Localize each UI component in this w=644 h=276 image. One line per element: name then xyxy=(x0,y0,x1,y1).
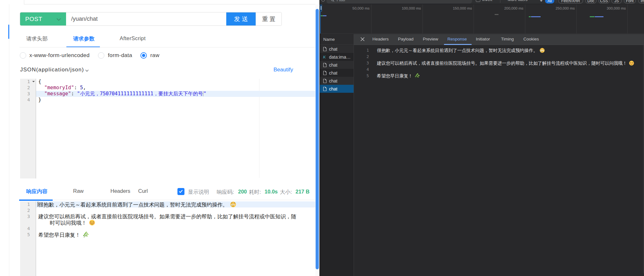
devtools-tab-Preview[interactable]: Preview xyxy=(423,37,438,41)
radio-label-form-data: form-data xyxy=(108,52,132,59)
request-tab-2[interactable]: 请求参数 xyxy=(73,35,95,42)
reset-button[interactable]: 重 置 xyxy=(256,12,281,25)
svg-text:K: K xyxy=(323,55,326,59)
radio-form-data[interactable] xyxy=(98,52,104,59)
response-tabs-divider xyxy=(19,200,315,200)
request-row-data:ima…[interactable]: Kdata:ima… xyxy=(320,53,354,61)
beautify-link[interactable]: Beautify xyxy=(273,67,293,73)
line-number: 4 xyxy=(27,97,30,103)
response-viewer-gutter: 12345 xyxy=(20,201,36,276)
response-viewer-content[interactable]: 很抱歉，小元元～看起来系统目前遇到了一点技术问题，暂时无法完成预约操作。建议您可… xyxy=(38,201,296,238)
meta-value: 217 B xyxy=(296,189,310,195)
line-number: 2 xyxy=(354,54,369,60)
devtools-tab-Response[interactable]: Response xyxy=(447,37,467,41)
more-filters-button[interactable]: More filters xyxy=(508,0,528,2)
chevron-down-icon xyxy=(540,0,543,2)
response-tab-underline xyxy=(19,200,53,201)
code-line: } xyxy=(38,97,206,103)
request-row-chat[interactable]: chat xyxy=(320,69,354,77)
response-tab-Headers[interactable]: Headers xyxy=(110,188,130,194)
code-line: { xyxy=(38,79,206,85)
timeline-tick-label: 150,000 ms xyxy=(453,6,472,10)
line-number: 3 xyxy=(27,214,30,220)
invert-checkbox[interactable] xyxy=(476,0,480,2)
content-type-select[interactable]: JSON(application/json) xyxy=(20,67,84,73)
left-scroll-accent xyxy=(8,25,9,39)
name-column-header[interactable]: Name xyxy=(320,34,354,45)
filter-pill-JS[interactable]: JS xyxy=(611,0,622,4)
response-line: 建议您可以稍后再试，或者直接前往医院现场挂号。如果需要进一步的帮助，比如了解挂号… xyxy=(377,60,634,66)
url-value: /yuan/chat xyxy=(71,16,98,22)
filter-pill-Font[interactable]: Font xyxy=(624,0,636,4)
devtools-tab-Cookies[interactable]: Cookies xyxy=(523,37,539,41)
network-filter-input[interactable]: Filter xyxy=(326,0,472,4)
timeline-tick-label: 100,000 ms xyxy=(402,6,421,10)
devtools-tab-Timing[interactable]: Timing xyxy=(501,37,514,41)
meta-label: 响应码: xyxy=(217,189,234,196)
request-row-chat[interactable]: chat xyxy=(320,85,354,93)
toolbar-button-icon[interactable] xyxy=(321,0,325,2)
request-row-chat[interactable]: chat xyxy=(320,61,354,69)
request-row-chat[interactable]: chat xyxy=(320,45,354,53)
url-input[interactable]: /yuan/chat xyxy=(66,12,226,25)
response-tab-Curl[interactable]: Curl xyxy=(138,188,148,194)
close-icon[interactable] xyxy=(360,37,365,42)
request-editor-code[interactable]: { "memoryId": 5, "message": "小元元，7507041… xyxy=(38,79,206,103)
meta-label: 大小: xyxy=(280,189,292,196)
filter-pill-Img[interactable]: Img xyxy=(638,0,644,4)
filter-pill-All[interactable]: All xyxy=(545,0,554,4)
document-file-icon xyxy=(323,47,327,51)
send-button[interactable]: 发 送 xyxy=(226,12,256,25)
radio-raw[interactable] xyxy=(140,52,147,59)
meta-value: 10.0s xyxy=(265,189,278,195)
scrollbar-thumb[interactable] xyxy=(316,9,319,269)
request-tab-3[interactable]: AfterScript xyxy=(120,35,146,41)
timeline-gridline xyxy=(423,4,423,34)
network-request-bar xyxy=(495,14,498,15)
response-line: 建议您可以稍后再试，或者直接前往医院现场挂号。如果需要进一步的帮助，比如了解挂号… xyxy=(38,214,296,220)
filter-pill-CSS[interactable]: CSS xyxy=(598,0,610,4)
herb-emoji xyxy=(415,73,420,78)
filter-pill-Fetch/XHR[interactable]: Fetch/XHR xyxy=(558,0,583,4)
toolbar-divider xyxy=(500,0,500,3)
response-line: 希望您早日康复！ xyxy=(377,73,420,79)
request-url-bar: POST /yuan/chat 发 送 重 置 xyxy=(20,12,282,26)
devtools-tab-Initiator[interactable]: Initiator xyxy=(476,37,490,41)
line-number: 4 xyxy=(27,226,30,232)
request-name-label: data:ima… xyxy=(329,54,351,60)
filter-pill-Doc[interactable]: Doc xyxy=(585,0,596,4)
invert-label: Invert xyxy=(482,0,492,2)
response-tab-响应内容[interactable]: 响应内容 xyxy=(26,188,48,195)
method-label: POST xyxy=(20,16,42,23)
response-line: 很抱歉，小元元～看起来系统目前遇到了一点技术问题，暂时无法完成预约操作。 xyxy=(38,201,296,207)
network-request-bar xyxy=(531,16,541,17)
method-select[interactable]: POST xyxy=(20,12,66,25)
network-overview-timeline[interactable]: 50,000 ms100,000 ms150,000 ms200,000 ms2… xyxy=(320,4,644,34)
overview-window-handle[interactable] xyxy=(320,4,322,12)
radio-x-www-form-urlencoded[interactable] xyxy=(20,52,26,59)
sad-tear-emoji xyxy=(230,201,236,207)
show-description-label: 显示说明 xyxy=(188,189,209,196)
response-line: 时可以问我哦！ xyxy=(38,220,296,226)
response-line: 很抱歉，小元元～看起来系统目前遇到了一点技术问题，暂时无法完成预约操作。 xyxy=(377,47,545,54)
request-row-chat[interactable]: chat xyxy=(320,77,354,85)
meta-label: 耗时: xyxy=(249,189,261,196)
chevron-down-icon xyxy=(56,18,61,21)
chevron-down-icon xyxy=(85,69,89,72)
timeline-gridline xyxy=(371,4,371,34)
request-tab-1[interactable]: 请求头部 xyxy=(26,35,48,42)
smiling-face-emoji xyxy=(89,220,95,226)
response-tab-Raw[interactable]: Raw xyxy=(73,188,84,194)
timeline-gridline xyxy=(474,4,474,34)
devtools-tab-Headers[interactable]: Headers xyxy=(372,37,389,41)
code-line: "message": "小元元，750704111111111111，要挂大后天… xyxy=(38,91,206,97)
request-editor-gutter: 1234 xyxy=(20,79,36,178)
top-box-bottom-border xyxy=(24,4,315,4)
devtools-tab-Payload[interactable]: Payload xyxy=(398,37,414,41)
line-number xyxy=(27,220,30,226)
timeline-gridline xyxy=(627,4,628,34)
response-preview-pane[interactable]: 1很抱歉，小元元～看起来系统目前遇到了一点技术问题，暂时无法完成预约操作。23建… xyxy=(354,45,644,276)
show-description-checkbox[interactable] xyxy=(177,188,184,195)
document-file-icon xyxy=(323,86,327,91)
fold-caret-icon[interactable] xyxy=(32,81,35,82)
